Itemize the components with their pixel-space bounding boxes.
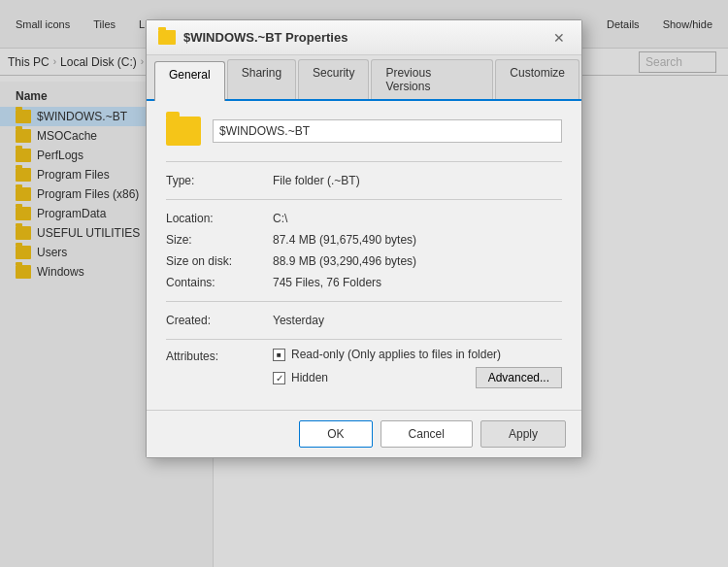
tab-bar: General Sharing Security Previous Versio…	[147, 55, 581, 101]
tab-general-label: General	[169, 68, 211, 82]
ok-button-label: OK	[327, 427, 344, 441]
readonly-label: Read-only (Only applies to files in fold…	[291, 348, 501, 361]
readonly-row: Read-only (Only applies to files in fold…	[273, 348, 562, 361]
contains-label: Contains:	[166, 276, 273, 289]
dialog-overlay: $WINDOWS.~BT Properties ✕ General Sharin…	[0, 0, 728, 567]
attributes-label: Attributes:	[166, 348, 273, 394]
tab-security-label: Security	[313, 66, 354, 80]
contains-value: 745 Files, 76 Folders	[273, 276, 381, 289]
folder-name-row	[166, 117, 562, 146]
dialog-title-text: $WINDOWS.~BT Properties	[183, 30, 347, 45]
type-label: Type:	[166, 174, 273, 187]
properties-table: Type: File folder (.~BT) Location: C:\ S…	[166, 170, 562, 394]
advanced-button[interactable]: Advanced...	[476, 367, 562, 388]
dialog-title-bar: $WINDOWS.~BT Properties ✕	[147, 20, 581, 55]
dialog-title: $WINDOWS.~BT Properties	[158, 30, 347, 45]
apply-button[interactable]: Apply	[480, 420, 566, 448]
close-button[interactable]: ✕	[548, 27, 570, 49]
close-icon: ✕	[553, 30, 565, 46]
tab-previous-versions[interactable]: Previous Versions	[371, 59, 493, 99]
readonly-checkbox[interactable]	[273, 349, 285, 361]
divider-1	[166, 161, 562, 162]
size-on-disk-row: Size on disk: 88.9 MB (93,290,496 bytes)	[166, 250, 562, 272]
hidden-checkbox[interactable]	[273, 372, 285, 384]
type-value: File folder (.~BT)	[273, 174, 360, 187]
tab-security[interactable]: Security	[298, 59, 369, 99]
size-on-disk-value: 88.9 MB (93,290,496 bytes)	[273, 254, 416, 268]
divider-3	[166, 301, 562, 302]
tab-sharing-label: Sharing	[242, 66, 281, 80]
type-row: Type: File folder (.~BT)	[166, 170, 562, 191]
advanced-button-label: Advanced...	[488, 371, 549, 384]
dialog-content: Type: File folder (.~BT) Location: C:\ S…	[147, 101, 581, 410]
cancel-button-label: Cancel	[409, 427, 445, 441]
divider-2	[166, 199, 562, 200]
folder-name-input[interactable]	[213, 119, 562, 143]
properties-dialog: $WINDOWS.~BT Properties ✕ General Sharin…	[146, 19, 582, 458]
tab-customize-label: Customize	[510, 66, 565, 80]
tab-previous-versions-label: Previous Versions	[385, 66, 431, 93]
created-row: Created: Yesterday	[166, 310, 562, 331]
ok-button[interactable]: OK	[299, 420, 372, 448]
created-label: Created:	[166, 314, 273, 327]
size-value: 87.4 MB (91,675,490 bytes)	[273, 233, 416, 247]
dialog-folder-icon	[158, 30, 176, 45]
created-value: Yesterday	[273, 314, 324, 327]
tab-customize[interactable]: Customize	[495, 59, 579, 99]
tab-general[interactable]: General	[154, 61, 225, 101]
hidden-label: Hidden	[291, 371, 328, 384]
attributes-controls: Read-only (Only applies to files in fold…	[273, 348, 562, 394]
location-row: Location: C:\	[166, 208, 562, 229]
hidden-row: Hidden Advanced...	[273, 367, 562, 388]
contains-row: Contains: 745 Files, 76 Folders	[166, 272, 562, 293]
location-value: C:\	[273, 212, 287, 225]
dialog-footer: OK Cancel Apply	[147, 410, 581, 457]
cancel-button[interactable]: Cancel	[381, 420, 473, 448]
apply-button-label: Apply	[509, 427, 538, 441]
divider-4	[166, 339, 562, 340]
large-folder-icon	[166, 117, 201, 146]
size-on-disk-label: Size on disk:	[166, 254, 273, 268]
size-row: Size: 87.4 MB (91,675,490 bytes)	[166, 229, 562, 250]
location-label: Location:	[166, 212, 273, 225]
attributes-section: Attributes: Read-only (Only applies to f…	[166, 348, 562, 394]
size-label: Size:	[166, 233, 273, 247]
tab-sharing[interactable]: Sharing	[227, 59, 296, 99]
